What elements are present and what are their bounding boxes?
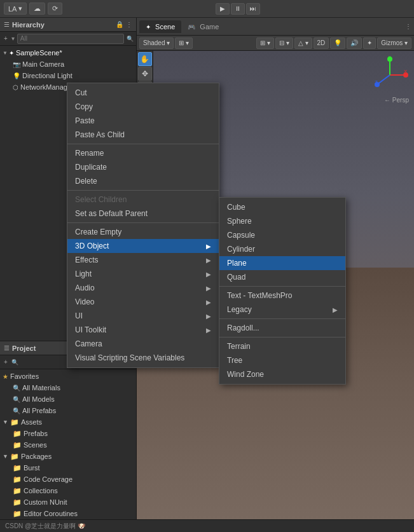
sub-plane[interactable]: Plane: [219, 256, 345, 270]
hierarchy-search[interactable]: [17, 34, 124, 44]
proj-scenes[interactable]: 📁 Scenes: [0, 439, 136, 451]
sub-wind-zone[interactable]: Wind Zone: [219, 367, 345, 381]
proj-all-materials[interactable]: 🔍 All Materials: [0, 382, 136, 393]
svg-text:Y: Y: [388, 56, 392, 60]
nunit-label: Custom NUnit: [24, 498, 67, 506]
hierarchy-lock-icon[interactable]: 🔒: [116, 21, 123, 28]
sub-tree[interactable]: Tree: [219, 353, 345, 367]
sub-cylinder-label: Cylinder: [227, 245, 255, 254]
proj-assets[interactable]: ▼ 📁 Assets: [0, 416, 136, 428]
sub-sep-1: [219, 286, 345, 287]
ctx-rename[interactable]: Rename: [67, 146, 219, 160]
ctx-cut[interactable]: Cut: [67, 86, 219, 100]
hierarchy-item-samplescene[interactable]: ▼ ✦ SampleScene*: [0, 47, 136, 58]
project-search-icon: 🔍: [11, 359, 18, 365]
ctx-camera[interactable]: Camera: [67, 337, 219, 351]
sub-textmesh-label: Text - TextMeshPro: [227, 291, 292, 300]
ctx-set-default-parent[interactable]: Set as Default Parent: [67, 207, 219, 221]
ctx-ui-toolkit[interactable]: UI Toolkit ▶: [67, 323, 219, 337]
collab-button[interactable]: ⟳: [48, 3, 62, 15]
edcor-label: Editor Coroutines: [24, 510, 78, 517]
ctx-ui-label: UI: [75, 311, 83, 320]
ctx-copy[interactable]: Copy: [67, 100, 219, 114]
play-button[interactable]: ▶: [216, 3, 230, 15]
ctx-paste[interactable]: Paste: [67, 114, 219, 128]
ctx-sep-3: [67, 222, 219, 223]
hierarchy-more-icon[interactable]: ⋮: [126, 21, 132, 28]
layout-dropdown[interactable]: LA ▾: [4, 3, 27, 15]
hierarchy-title: Hierarchy: [12, 21, 45, 29]
ctx-paste-as-child[interactable]: Paste As Child: [67, 128, 219, 142]
cloud-button[interactable]: ☁: [29, 3, 45, 15]
scene-overlay-btn[interactable]: ⊞ ▾: [175, 38, 193, 49]
scene-more-icon[interactable]: ⋮: [405, 23, 411, 30]
sub-capsule[interactable]: Capsule: [219, 228, 345, 242]
ctx-duplicate[interactable]: Duplicate: [67, 160, 219, 174]
ctx-select-children-label: Select Children: [75, 195, 127, 204]
ctx-video-label: Video: [75, 297, 94, 306]
ctx-audio-label: Audio: [75, 283, 95, 292]
tool-hand[interactable]: ✋: [138, 52, 152, 66]
proj-burst[interactable]: 📁 Burst: [0, 462, 136, 474]
sub-ragdoll[interactable]: Ragdoll...: [219, 321, 345, 335]
proj-collections[interactable]: 📁 Collections: [0, 485, 136, 496]
proj-packages[interactable]: ▼ 📁 Packages: [0, 451, 136, 462]
scene-audio-btn[interactable]: 🔊: [347, 38, 362, 49]
scene-snap-btn[interactable]: ⊟ ▾: [275, 38, 293, 49]
proj-favorites[interactable]: ★ Favorites: [0, 371, 136, 382]
ctx-vssv[interactable]: Visual Scripting Scene Variables: [67, 351, 219, 365]
sub-sphere[interactable]: Sphere: [219, 214, 345, 228]
ctx-effects[interactable]: Effects ▶: [67, 253, 219, 267]
scene-render-btn[interactable]: △ ▾: [294, 38, 312, 49]
proj-custom-nunit[interactable]: 📁 Custom NUnit: [0, 496, 136, 508]
step-button[interactable]: ⏭: [246, 3, 260, 15]
sub-quad[interactable]: Quad: [219, 270, 345, 284]
hierarchy-item-directionallight[interactable]: 💡 Directional Light: [0, 70, 136, 81]
scene-mode-2d[interactable]: 2D: [314, 38, 329, 49]
ctx-3d-object[interactable]: 3D Object ▶: [67, 239, 219, 253]
scene-tab-icon: ✦: [146, 24, 151, 31]
prefabs-label: Prefabs: [24, 430, 48, 437]
ctx-select-children: Select Children: [67, 193, 219, 207]
proj-code-coverage[interactable]: 📁 Code Coverage: [0, 474, 136, 485]
ctx-audio[interactable]: Audio ▶: [67, 281, 219, 295]
persp-label: ← Persp: [384, 97, 409, 104]
all-materials-label: All Materials: [22, 384, 60, 392]
project-menu-icon[interactable]: ☰: [4, 344, 10, 351]
collab-icon: ⟳: [52, 4, 58, 13]
proj-all-prefabs[interactable]: 🔍 All Prefabs: [0, 405, 136, 416]
hierarchy-menu-icon[interactable]: ☰: [4, 21, 10, 28]
scene-icon: ✦: [9, 50, 14, 57]
ctx-ui[interactable]: UI ▶: [67, 309, 219, 323]
ctx-video[interactable]: Video ▶: [67, 295, 219, 309]
network-label: NetworkManager: [20, 83, 74, 91]
scene-shading-btn[interactable]: Shaded ▾: [139, 38, 174, 49]
tab-scene[interactable]: ✦ Scene: [139, 20, 181, 33]
scene-fx-btn[interactable]: ✦: [363, 38, 376, 49]
proj-all-models[interactable]: 🔍 All Models: [0, 393, 136, 405]
hierarchy-add-btn[interactable]: +: [3, 35, 9, 42]
scene-lighting-btn[interactable]: 💡: [330, 38, 345, 49]
proj-editor-coroutines[interactable]: 📁 Editor Coroutines: [0, 508, 136, 519]
ctx-create-empty[interactable]: Create Empty: [67, 225, 219, 239]
tool-move[interactable]: ✥: [138, 67, 152, 81]
sub-legacy[interactable]: Legacy ▶: [219, 303, 345, 317]
sub-cylinder[interactable]: Cylinder: [219, 242, 345, 256]
sub-textmesh[interactable]: Text - TextMeshPro: [219, 289, 345, 303]
ctx-light[interactable]: Light ▶: [67, 267, 219, 281]
sub-terrain[interactable]: Terrain: [219, 339, 345, 353]
tab-game[interactable]: 🎮 Game: [181, 20, 225, 33]
project-panel: ☰ Project 🔒 ⋮ + 🔍 ⊟ 🔍 ★ ▾22 ★ Favorites: [0, 341, 136, 532]
ctx-ui-toolkit-arrow: ▶: [206, 327, 211, 334]
ctx-paste-child-label: Paste As Child: [75, 130, 125, 139]
ctx-delete[interactable]: Delete: [67, 174, 219, 188]
scene-gizmos-btn[interactable]: Gizmos ▾: [377, 38, 411, 49]
burst-label: Burst: [24, 464, 40, 472]
proj-prefabs[interactable]: 📁 Prefabs: [0, 428, 136, 439]
sub-cube[interactable]: Cube: [219, 200, 345, 214]
scene-grid-btn[interactable]: ⊞ ▾: [256, 38, 274, 49]
context-menu: Cut Copy Paste Paste As Child Rename Dup…: [67, 83, 219, 368]
hierarchy-item-maincamera[interactable]: 📷 Main Camera: [0, 58, 136, 70]
pause-button[interactable]: ⏸: [231, 3, 245, 15]
project-add-btn[interactable]: +: [3, 358, 9, 365]
